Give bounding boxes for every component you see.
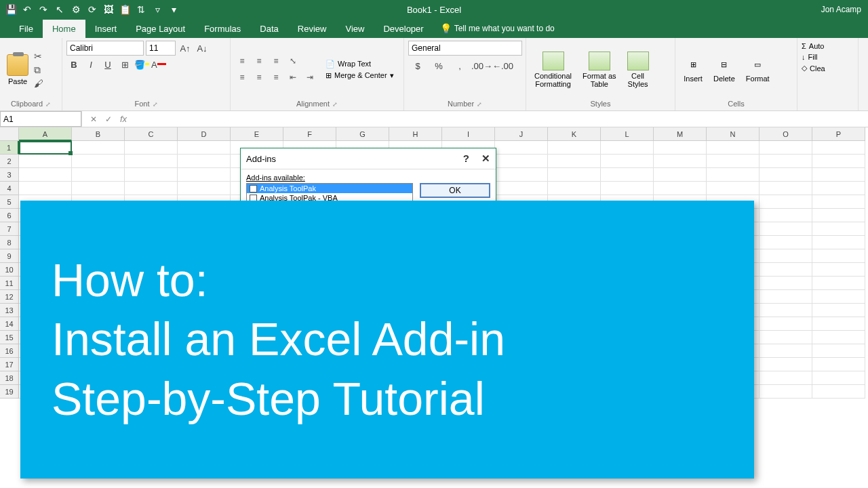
cell[interactable] [812, 358, 865, 371]
conditional-formatting-button[interactable]: Conditional Formatting [530, 50, 576, 89]
cell[interactable] [654, 182, 707, 195]
filter-icon[interactable]: ▿ [152, 4, 163, 15]
redo-icon[interactable]: ↷ [38, 4, 49, 15]
fill-button[interactable]: ↓ Fill [802, 52, 854, 62]
row-header[interactable]: 6 [0, 209, 19, 222]
cell[interactable] [19, 182, 72, 195]
cell[interactable] [178, 182, 231, 195]
cell[interactable] [760, 222, 812, 236]
decrease-indent-icon[interactable]: ⇤ [285, 70, 300, 85]
cell[interactable] [812, 182, 865, 195]
cell[interactable] [548, 182, 601, 195]
cell[interactable] [707, 182, 760, 195]
row-header[interactable]: 14 [0, 317, 19, 331]
cell[interactable] [812, 249, 865, 263]
cell[interactable] [812, 209, 865, 222]
cell[interactable] [495, 141, 548, 155]
tab-home[interactable]: Home [43, 20, 85, 38]
cell[interactable] [125, 155, 178, 168]
cell[interactable] [72, 155, 125, 168]
fx-icon[interactable]: fx [120, 114, 127, 124]
row-header[interactable]: 10 [0, 263, 19, 277]
cell[interactable] [548, 141, 601, 155]
tab-view[interactable]: View [336, 20, 374, 38]
cell[interactable] [760, 263, 812, 277]
cell[interactable] [760, 209, 812, 222]
cell-styles-button[interactable]: Cell Styles [623, 50, 653, 89]
row-header[interactable]: 13 [0, 304, 19, 317]
cell[interactable] [601, 141, 654, 155]
column-header[interactable]: D [178, 127, 231, 141]
delete-cells-button[interactable]: ⊟ Delete [709, 56, 739, 84]
autosum-button[interactable]: Σ Auto [802, 41, 854, 52]
cell[interactable] [760, 317, 812, 331]
align-right-icon[interactable]: ≡ [269, 70, 283, 85]
tab-developer[interactable]: Developer [374, 20, 433, 38]
paste-button[interactable]: Paste [4, 53, 31, 87]
column-header[interactable]: K [548, 127, 601, 141]
row-header[interactable]: 2 [0, 155, 19, 168]
refresh-icon[interactable]: ⟳ [87, 4, 98, 15]
clipboard-icon[interactable]: 📋 [119, 4, 130, 15]
cell[interactable] [495, 182, 548, 195]
gear-icon[interactable]: ⚙ [71, 4, 81, 15]
name-box[interactable] [0, 111, 81, 127]
column-header[interactable]: L [601, 127, 654, 141]
close-icon[interactable]: ✕ [481, 152, 490, 165]
font-color-button[interactable]: A [151, 57, 166, 72]
fill-color-button[interactable]: 🪣 [134, 57, 149, 72]
pointer-icon[interactable]: ↖ [54, 4, 65, 15]
cell[interactable] [760, 168, 812, 182]
cell[interactable] [812, 331, 865, 344]
column-header[interactable]: M [654, 127, 707, 141]
column-header[interactable]: E [231, 127, 283, 141]
column-header[interactable]: B [72, 127, 125, 141]
cell[interactable] [760, 385, 812, 399]
cell[interactable] [72, 168, 125, 182]
sort-icon[interactable]: ⇅ [136, 4, 146, 15]
cell[interactable] [707, 168, 760, 182]
copy-icon[interactable]: ⧉ [34, 64, 46, 75]
cell[interactable] [760, 155, 812, 168]
align-middle-icon[interactable]: ≡ [252, 54, 267, 68]
cell[interactable] [812, 263, 865, 277]
cell[interactable] [812, 317, 865, 331]
cell[interactable] [760, 182, 812, 195]
currency-icon[interactable]: $ [408, 58, 427, 73]
align-left-icon[interactable]: ≡ [235, 70, 250, 85]
align-center-icon[interactable]: ≡ [252, 70, 267, 85]
cell[interactable] [812, 141, 865, 155]
increase-indent-icon[interactable]: ⇥ [302, 70, 317, 85]
column-header[interactable]: C [125, 127, 178, 141]
row-header[interactable]: 16 [0, 344, 19, 358]
cell[interactable] [178, 141, 231, 155]
cell[interactable] [812, 371, 865, 385]
dialog-launcher-icon[interactable]: ⤢ [45, 101, 51, 108]
cell[interactable] [812, 236, 865, 249]
chevron-down-icon[interactable]: ▾ [168, 4, 179, 15]
column-header[interactable]: I [442, 127, 495, 141]
cell[interactable] [125, 182, 178, 195]
cell[interactable] [760, 331, 812, 344]
cell[interactable] [707, 155, 760, 168]
format-painter-icon[interactable]: 🖌 [34, 78, 46, 89]
accept-formula-icon[interactable]: ✓ [105, 115, 112, 124]
cell[interactable] [760, 344, 812, 358]
cell[interactable] [812, 385, 865, 399]
cell[interactable] [760, 141, 812, 155]
cell[interactable] [125, 141, 178, 155]
row-header[interactable]: 7 [0, 222, 19, 236]
cell[interactable] [548, 168, 601, 182]
cell[interactable] [654, 155, 707, 168]
row-header[interactable]: 1 [0, 141, 19, 155]
cell[interactable] [760, 371, 812, 385]
cell[interactable] [812, 155, 865, 168]
row-header[interactable]: 9 [0, 249, 19, 263]
cell[interactable] [19, 141, 72, 155]
row-header[interactable]: 12 [0, 290, 19, 304]
cell[interactable] [495, 155, 548, 168]
cell[interactable] [495, 168, 548, 182]
number-format-select[interactable] [408, 41, 522, 56]
row-header[interactable]: 8 [0, 236, 19, 249]
bold-button[interactable]: B [66, 57, 81, 72]
